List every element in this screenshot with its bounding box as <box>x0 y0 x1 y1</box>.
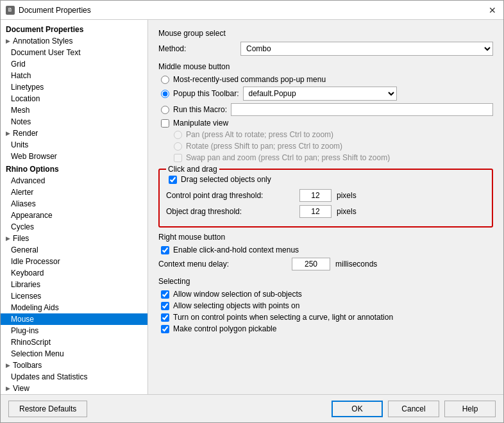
make-control-polygon-label: Make control polygon pickable <box>173 324 276 333</box>
sidebar-label: Alerter <box>11 188 33 197</box>
allow-window-selection-row: Allow window selection of sub-objects <box>161 290 493 299</box>
sidebar-item-keyboard[interactable]: Keyboard <box>1 267 147 279</box>
turn-on-control-points-checkbox[interactable] <box>161 313 169 322</box>
manipulate-view-checkbox[interactable] <box>161 119 169 128</box>
run-macro-input[interactable] <box>231 103 493 116</box>
drag-selected-checkbox[interactable] <box>169 176 177 184</box>
allow-selecting-points-label: Allow selecting objects with points on <box>173 301 299 310</box>
enable-context-menus-row: Enable click-and-hold context menus <box>161 245 493 254</box>
sidebar-item-toolbars[interactable]: ▶ Toolbars <box>1 360 147 371</box>
main-content: Document Properties ▶ Annotation Styles … <box>1 20 503 394</box>
sidebar-item-render[interactable]: ▶ Render <box>1 128 147 139</box>
manipulate-view-row: Manipulate view <box>161 119 493 128</box>
mouse-group-select-heading: Mouse group select <box>158 29 493 38</box>
right-mouse-button-section: Right mouse button Enable click-and-hold… <box>158 233 493 270</box>
context-delay-unit: milliseconds <box>335 260 377 269</box>
rotate-label: Rotate (press Shift to pan; press Ctrl t… <box>186 142 342 151</box>
sidebar-item-selection-menu[interactable]: Selection Menu <box>1 348 147 360</box>
sidebar-item-libraries[interactable]: Libraries <box>1 279 147 290</box>
swap-pan-checkbox[interactable] <box>174 154 182 162</box>
popup-toolbar-radio[interactable] <box>161 90 169 98</box>
sidebar-label: View <box>13 384 29 393</box>
control-point-label: Control point drag threshold: <box>166 191 294 200</box>
sidebar-item-updates-statistics[interactable]: Updates and Statistics <box>1 371 147 383</box>
make-control-polygon-row: Make control polygon pickable <box>161 324 493 333</box>
close-button[interactable]: ✕ <box>487 4 498 16</box>
pan-radio[interactable] <box>174 131 182 139</box>
sidebar-item-mouse[interactable]: Mouse <box>1 313 147 325</box>
rotate-radio[interactable] <box>174 142 182 151</box>
help-button[interactable]: Help <box>444 401 496 417</box>
object-drag-unit: pixels <box>337 207 357 216</box>
object-drag-input[interactable] <box>299 205 332 218</box>
control-point-input[interactable] <box>299 189 332 202</box>
sidebar-item-web-browser[interactable]: Web Browser <box>1 151 147 162</box>
sidebar-item-notes[interactable]: Notes <box>1 116 147 128</box>
right-mouse-heading: Right mouse button <box>158 233 493 242</box>
mouse-group-select-section: Mouse group select Method: Combo <box>158 29 493 56</box>
sidebar-item-location[interactable]: Location <box>1 93 147 104</box>
sidebar-label: Files <box>13 234 29 243</box>
allow-window-selection-checkbox[interactable] <box>161 290 169 299</box>
sidebar-item-plug-ins[interactable]: Plug-ins <box>1 325 147 336</box>
most-recently-used-radio[interactable] <box>161 76 169 84</box>
object-drag-label: Object drag threshold: <box>166 207 294 216</box>
sidebar-label: Web Browser <box>11 152 57 161</box>
allow-selecting-points-checkbox[interactable] <box>161 302 169 310</box>
popup-toolbar-select[interactable]: default.Popup <box>243 87 397 101</box>
turn-on-control-points-label: Turn on control points when selecting a … <box>173 313 393 322</box>
sidebar-label: Hatch <box>11 71 31 80</box>
arrow-icon: ▶ <box>6 130 10 137</box>
main-panel: Mouse group select Method: Combo Middle … <box>148 20 503 394</box>
pan-row: Pan (press Alt to rotate; press Ctrl to … <box>174 130 493 139</box>
middle-mouse-heading: Middle mouse button <box>158 62 493 71</box>
context-delay-input[interactable] <box>292 258 330 270</box>
sidebar-item-view[interactable]: ▶ View <box>1 383 147 394</box>
click-and-drag-heading: Click and drag <box>166 165 219 174</box>
sidebar-item-hatch[interactable]: Hatch <box>1 70 147 81</box>
sidebar-item-doc-user-text[interactable]: Document User Text <box>1 47 147 58</box>
selecting-section: Selecting Allow window selection of sub-… <box>158 277 493 333</box>
sidebar-label: Annotation Styles <box>13 37 72 46</box>
sidebar-item-alerter[interactable]: Alerter <box>1 187 147 198</box>
sidebar-label: Document User Text <box>11 48 81 57</box>
run-macro-radio[interactable] <box>161 106 169 114</box>
title-bar-left: 🗎 Document Properties <box>6 6 91 15</box>
sidebar-item-advanced[interactable]: Advanced <box>1 175 147 187</box>
sidebar-item-files[interactable]: ▶ Files <box>1 233 147 244</box>
sidebar-item-annotation-styles[interactable]: ▶ Annotation Styles <box>1 35 147 47</box>
sidebar-item-modeling-aids[interactable]: Modeling Aids <box>1 302 147 313</box>
sidebar-item-rhinoscript[interactable]: RhinoScript <box>1 336 147 348</box>
sidebar-item-aliases[interactable]: Aliases <box>1 198 147 210</box>
sidebar-item-grid[interactable]: Grid <box>1 58 147 70</box>
enable-context-menus-checkbox[interactable] <box>161 246 169 254</box>
sidebar-label: General <box>11 245 38 254</box>
sidebar-label: Linetypes <box>11 83 44 92</box>
cancel-button[interactable]: Cancel <box>388 401 439 417</box>
sidebar-label: Keyboard <box>11 269 44 278</box>
sidebar-section-rhino: Rhino Options <box>1 162 147 175</box>
context-menu-delay-row: Context menu delay: milliseconds <box>158 258 493 270</box>
sidebar-label: Appearance <box>11 211 53 220</box>
restore-defaults-button[interactable]: Restore Defaults <box>8 401 87 417</box>
sidebar-item-appearance[interactable]: Appearance <box>1 210 147 221</box>
sidebar-item-cycles[interactable]: Cycles <box>1 221 147 233</box>
control-point-row: Control point drag threshold: pixels <box>166 189 485 202</box>
sidebar-item-linetypes[interactable]: Linetypes <box>1 81 147 93</box>
sidebar-item-idle-processor[interactable]: Idle Processor <box>1 256 147 267</box>
run-macro-label: Run this Macro: <box>173 105 227 114</box>
sidebar-item-mesh[interactable]: Mesh <box>1 104 147 116</box>
sidebar-label: Units <box>11 140 28 149</box>
sidebar-item-licenses[interactable]: Licenses <box>1 290 147 302</box>
sidebar-item-units[interactable]: Units <box>1 139 147 151</box>
footer-right-buttons: OK Cancel Help <box>332 401 496 417</box>
sidebar-item-general[interactable]: General <box>1 244 147 256</box>
pan-label: Pan (press Alt to rotate; press Ctrl to … <box>186 130 333 139</box>
make-control-polygon-checkbox[interactable] <box>161 325 169 333</box>
most-recently-used-label: Most-recently-used commands pop-up menu <box>173 75 326 84</box>
sidebar-label: Cycles <box>11 222 34 231</box>
ok-button[interactable]: OK <box>332 401 383 417</box>
selecting-heading: Selecting <box>158 277 493 286</box>
arrow-icon: ▶ <box>6 38 10 44</box>
method-select[interactable]: Combo <box>240 42 493 56</box>
